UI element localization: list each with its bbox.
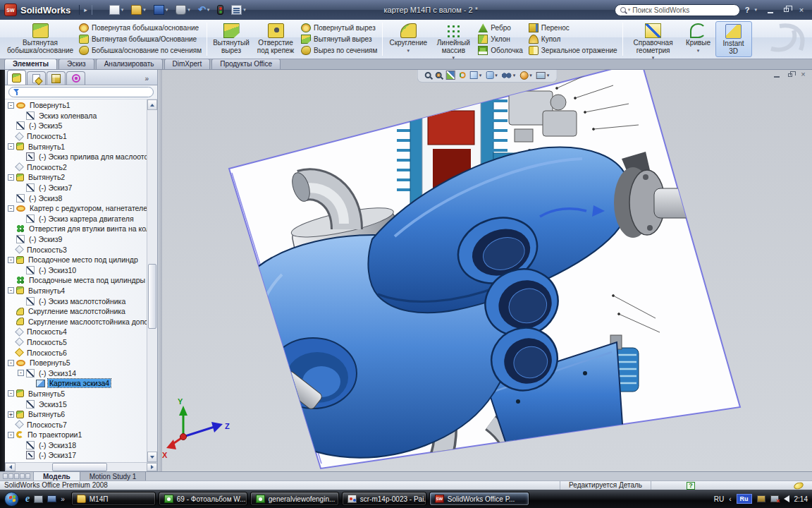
tree-item[interactable]: (-) Эскиз10 xyxy=(5,265,147,276)
tree-item[interactable]: (-) Эскиз17 xyxy=(5,450,147,461)
tree-expand-minus[interactable]: - xyxy=(18,370,24,376)
doc-restore-button[interactable] xyxy=(784,70,796,79)
tree-item[interactable]: (-) Эскиз7 xyxy=(5,183,147,193)
hud-apply-scene-button[interactable]: ▾ xyxy=(536,72,550,79)
tray-chevron[interactable]: ‹ xyxy=(729,495,731,503)
search-input[interactable]: ▾ Поиск SolidWorks xyxy=(615,4,740,16)
open-button[interactable]: ▾ xyxy=(130,4,147,16)
ribbon-button-instant3d[interactable]: Instant 3D xyxy=(715,21,752,57)
tree-expand-minus[interactable]: - xyxy=(8,390,14,397)
ribbon-button-fillet[interactable]: Скругление▾ xyxy=(385,21,431,57)
tree-item[interactable]: -Картер с редуктором, нагнетателем и зад xyxy=(5,203,147,214)
help-dropdown-icon[interactable]: ▾ xyxy=(754,7,757,13)
hud-section-view-button[interactable] xyxy=(446,71,455,80)
tree-item[interactable]: Эскиз коленвала xyxy=(5,111,147,121)
hud-view-settings-button[interactable] xyxy=(460,72,466,78)
undo-button[interactable]: ↶▾ xyxy=(197,4,211,16)
tree-item[interactable]: Плоскость7 xyxy=(5,419,147,430)
tree-item[interactable]: -Вытянуть5 xyxy=(5,389,147,399)
tree-item[interactable]: +Вытянуть6 xyxy=(5,409,147,420)
dropdown-arrow-icon[interactable]: ▾ xyxy=(697,48,700,53)
tree-item[interactable]: Плоскость2 xyxy=(5,162,147,173)
ribbon-button-hole-wizard[interactable]: Отверстие под крепеж xyxy=(253,21,298,57)
ribbon-button-dome[interactable]: Купол xyxy=(529,34,617,44)
ribbon-button-boss-extrude[interactable]: Вытянутая бобышка/Основание xyxy=(79,34,202,44)
tree-item[interactable]: Плоскость5 xyxy=(5,337,147,348)
dropdown-arrow-icon[interactable]: ▾ xyxy=(547,73,550,78)
tab-grip[interactable] xyxy=(0,472,34,480)
doc-minimize-button[interactable] xyxy=(770,70,782,79)
tree-expand-minus[interactable]: - xyxy=(8,287,14,294)
tree-horizontal-scrollbar[interactable] xyxy=(5,462,157,471)
dropdown-arrow-icon[interactable]: ▾ xyxy=(529,73,532,78)
tree-expand-minus[interactable]: - xyxy=(8,360,14,366)
new-button[interactable]: ▾ xyxy=(108,4,125,16)
search-dropdown-icon[interactable]: ▾ xyxy=(628,7,631,13)
ribbon-button-draft[interactable]: Уклон xyxy=(478,34,523,44)
minimize-button[interactable] xyxy=(764,5,777,16)
ribbon-button-curves[interactable]: Кривые▾ xyxy=(682,21,715,57)
tree-item[interactable]: Скругление маслоотстойника дополнител xyxy=(5,316,147,327)
hscroll-thumb[interactable] xyxy=(52,463,107,471)
dropdown-arrow-icon[interactable]: ▾ xyxy=(652,55,655,60)
tree-item[interactable]: Плоскость6 xyxy=(5,347,147,358)
tree-expand-minus[interactable]: - xyxy=(8,257,14,263)
ribbon-button-cut-extrude[interactable]: Вытянутый вырез xyxy=(209,21,253,57)
ribbon-button-move[interactable]: Перенос xyxy=(529,23,617,33)
model-tab-Motion Study 1[interactable]: Motion Study 1 xyxy=(80,472,147,480)
tree-item[interactable]: (-) Эскиз прилива для маслоотстойник xyxy=(5,152,147,162)
tab-Элементы[interactable]: Элементы xyxy=(4,59,57,69)
doc-close-button[interactable]: × xyxy=(797,70,809,79)
tree-item[interactable]: -Повернуть5 xyxy=(5,358,147,368)
start-button[interactable] xyxy=(4,492,19,507)
hud-view-orientation-button[interactable]: ▾ xyxy=(470,71,482,79)
graphics-viewport[interactable]: Y Z X ▾▾▾▾▾ × xyxy=(162,70,812,471)
display-tray-icon[interactable] xyxy=(757,495,765,502)
panel-tabs-overflow[interactable]: » xyxy=(144,75,149,85)
close-button[interactable]: × xyxy=(795,5,808,16)
network-tray-icon[interactable] xyxy=(770,495,779,502)
print-button[interactable]: ▾ xyxy=(174,4,192,16)
taskbar-button[interactable]: scr-m14p-0023 - Pai... xyxy=(342,492,426,506)
tree-expand-minus[interactable]: - xyxy=(8,143,14,150)
scroll-right-button[interactable] xyxy=(147,463,157,471)
tree-item[interactable]: Плоскость1 xyxy=(5,131,147,142)
dropdown-arrow-icon[interactable]: ▾ xyxy=(143,7,146,13)
language-badge[interactable]: Ru xyxy=(737,494,752,504)
ribbon-button-shell[interactable]: Оболочка xyxy=(478,45,523,56)
tree-item[interactable]: Плоскость4 xyxy=(5,327,147,337)
ribbon-button-cut-extrude[interactable]: Вытянутый вырез xyxy=(301,34,377,44)
restore-button[interactable] xyxy=(780,5,792,16)
tree-item[interactable]: (-) Эскиз8 xyxy=(5,193,147,203)
tree-item[interactable]: Плоскость3 xyxy=(5,244,147,255)
ribbon-button-cut-loft[interactable]: Вырез по сечениям xyxy=(301,45,377,56)
internet-explorer-icon[interactable]: e xyxy=(25,494,30,504)
ribbon-button-linear-pattern[interactable]: Линейный массив▾ xyxy=(431,21,475,57)
tree-item[interactable]: -Вытянуть4 xyxy=(5,286,147,296)
tree-item[interactable]: -Посадочное место под цилиндр xyxy=(5,255,147,265)
dropdown-arrow-icon[interactable]: ▾ xyxy=(166,7,168,13)
tree-item[interactable]: (-) Эскиз9 xyxy=(5,234,147,245)
hud-display-style-button[interactable]: ▾ xyxy=(486,71,498,79)
tree-item[interactable]: -Вытянуть1 xyxy=(5,141,147,152)
tree-item[interactable]: -Повернуть1 xyxy=(5,100,147,111)
menu-expand-arrow[interactable]: ▸ xyxy=(79,5,92,15)
panel-tab-dimxpert[interactable] xyxy=(66,71,85,85)
tab-Анализировать[interactable]: Анализировать xyxy=(96,59,163,69)
volume-tray-icon[interactable] xyxy=(784,495,789,502)
scroll-up-button[interactable] xyxy=(147,99,157,110)
taskbar-button[interactable]: М14П xyxy=(71,492,156,506)
language-indicator[interactable]: RU xyxy=(714,495,724,503)
rebuild-button[interactable] xyxy=(216,4,225,16)
tree-vertical-scrollbar[interactable] xyxy=(147,99,157,462)
quick-launch-icon[interactable] xyxy=(34,495,43,503)
dropdown-arrow-icon[interactable]: ▾ xyxy=(207,7,210,13)
tree-item[interactable]: Отверстия для втулки винта на коленвал xyxy=(5,224,147,234)
dropdown-arrow-icon[interactable]: ▾ xyxy=(407,48,410,53)
scroll-track[interactable] xyxy=(147,110,157,452)
hud-hide-show-items-button[interactable]: ▾ xyxy=(502,73,516,78)
hscroll-track[interactable] xyxy=(16,463,147,471)
clock[interactable]: 2:14 xyxy=(794,495,808,503)
tree-item[interactable]: Скругление маслотстойника xyxy=(5,306,147,317)
quick-launch-overflow[interactable]: » xyxy=(61,495,65,503)
